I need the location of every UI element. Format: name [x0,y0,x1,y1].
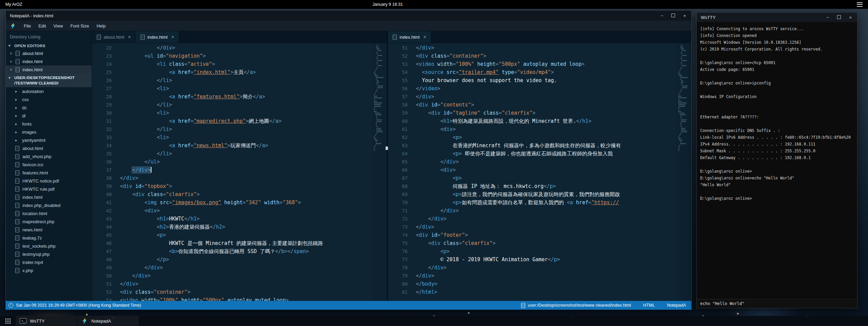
minimap-left[interactable] [372,43,387,301]
host-menu-label[interactable]: My ArOZ [0,2,22,7]
code-line[interactable]: 43 <h1>HKWTC</h1> [92,215,371,223]
tree-file[interactable]: HKWTC rule.pdf [6,185,92,193]
tab-close-icon[interactable]: × [171,34,174,40]
code-line[interactable]: 51</div> [92,280,371,288]
tree-folder[interactable]: ▸yamlyamlml [6,136,92,144]
code-line[interactable]: 52<div class="container"> [388,52,676,60]
terminal-output[interactable]: [info] Conencting to arozos WsTTY servic… [697,22,857,299]
code-line[interactable]: 26 </li> [92,76,371,84]
code-line[interactable]: 63 在香港的Minecraft 伺服器中，多為小遊戲和純生存的伺服器，較少擁有 [388,141,676,150]
code-line[interactable]: 41 <img src="images/box.png" height="342… [92,198,371,207]
code-line[interactable]: 79</div> [388,272,676,280]
code-line[interactable]: 53<video width="100%" height="500px" aut… [388,60,676,68]
code-line[interactable]: 73</div> [388,223,676,231]
code-line[interactable]: 24 <li class="active"> [92,60,371,68]
code-line[interactable]: 60 <h1>特別為建築及鐵路而設，現代化的 Minecraft 世界.</h1… [388,117,676,125]
code-line[interactable]: 58<div id="contents"> [388,101,676,109]
menu-item-file[interactable]: File [20,22,35,30]
code-line[interactable]: 71 </div> [388,207,676,215]
close-icon[interactable]: × [9,51,13,56]
code-line[interactable]: 59 <div id="tagline" class="clearfix"> [388,109,676,117]
tab-close-icon[interactable]: × [128,34,131,40]
code-editor-left[interactable]: 22 </div>23 <ul id="navigation">24 <li c… [92,43,387,301]
code-line[interactable]: 36 </ul> [92,158,371,166]
code-line[interactable]: 48 </p> [92,255,371,264]
open-editors-header[interactable]: ▾ OPEN EDITORS [6,42,92,49]
statusbar-language[interactable]: HTML [643,303,655,308]
menu-item-help[interactable]: Help [93,22,109,30]
code-line[interactable]: 56</video> [388,84,676,93]
tree-folder[interactable]: ▸autostation [6,87,92,95]
code-line[interactable]: 39<div id="topbox"> [92,182,371,190]
code-line[interactable]: 53<video width="100%" height="500px" aut… [92,296,371,301]
terminal-input[interactable]: echo "Hello World" [697,299,857,308]
code-line[interactable]: 42 <div> [92,207,371,215]
notepada-titlebar[interactable]: NotepadA - index.html − × [6,11,691,21]
statusbar-filepath[interactable]: user:/Desktop/screenshot/test/www cleane… [528,303,631,308]
open-editor-item[interactable]: ×index.html [6,65,92,74]
code-line[interactable]: 75 <div class="clearfix"> [388,239,676,247]
code-line[interactable]: 64 <p> 即使你不是建築師，你也能透過紅石師或鐵路工程師的身份加入我 [388,150,676,158]
code-line[interactable]: 23 <ul id="navigation"> [92,52,371,60]
minimize-icon[interactable]: − [661,14,663,18]
code-line[interactable]: 49 </div> [92,264,371,272]
code-editor-right[interactable]: 51</div>52<div class="container">53<vide… [388,43,691,301]
apps-grid-icon[interactable] [0,316,16,326]
code-line[interactable]: 35 </li> [92,150,371,158]
maximize-icon[interactable] [837,15,841,20]
code-line[interactable]: 40 <div class="clearfix"> [92,190,371,198]
tree-folder[interactable]: ▸dl [6,112,92,120]
code-line[interactable]: 32 </li> [92,125,371,133]
code-line[interactable]: 80</body> [388,280,676,288]
code-line[interactable]: 25 <a href="index.html">主頁</a> [92,68,371,76]
code-line[interactable]: 34 <a href="news.html">玩家傳送門</a> [92,141,371,150]
hamburger-menu-icon[interactable] [857,2,863,7]
menu-item-edit[interactable]: Edit [35,22,50,30]
taskbar-app-notepada[interactable]: NotepadA [77,316,139,326]
editor-tab[interactable]: index.html× [136,31,179,43]
tree-file[interactable]: location.html [6,209,92,217]
tree-file[interactable]: add_vhost.php [6,152,92,160]
tree-folder[interactable]: ▸css [6,95,92,103]
code-line[interactable]: 65 </div> [388,158,676,166]
menu-item-font-size[interactable]: Font Size [67,22,93,30]
close-icon[interactable]: × [9,67,13,72]
code-line[interactable]: 81</html> [388,288,676,296]
code-line[interactable]: 70 <p>如有問題或需要申請白名單，歡迎加入我們的 <a href="http… [388,198,676,207]
tree-file[interactable]: trailer.mp4 [6,258,92,266]
tab-close-icon[interactable]: × [423,34,426,40]
code-line[interactable]: 29 </li> [92,101,371,109]
wstty-titlebar[interactable]: WsTTY − × [697,13,857,22]
tree-file[interactable]: news.html [6,226,92,234]
code-line[interactable]: 47 <b>你知道我們全線伺服器已轉用 SSD 了嗎？</b></span> [92,247,371,255]
editor-tab[interactable]: about.html× [92,31,136,43]
code-line[interactable]: 52<div class="container"> [92,288,371,296]
code-line[interactable]: 30 <li> [92,109,371,117]
code-line[interactable]: 28 <a href="features.html">簡介</a> [92,93,371,101]
code-line[interactable]: 74<div id="footer"> [388,231,676,239]
tree-file[interactable]: test_sockets.php [6,242,92,250]
tree-file[interactable]: testmysql.php [6,250,92,258]
code-line[interactable]: 22 </div> [92,44,371,52]
code-line[interactable]: 62 <p> [388,133,676,141]
code-line[interactable]: 69 <p>請注意，我們的伺服器為確保玩家及遊玩時的質素，我們對的服務開啟 [388,190,676,198]
tree-folder[interactable]: ▸images [6,128,92,136]
tree-file[interactable]: index.html [6,193,92,201]
code-line[interactable]: 44 <h2>香港的建築伺服器</h2> [92,223,371,231]
code-line[interactable]: 33 <li> [92,133,371,141]
code-line[interactable]: 77 © 2018 - 2019 HKWTC Animation Gamer</… [388,255,676,264]
open-editor-item[interactable]: ×about.html [6,49,92,57]
code-line[interactable]: 78 </div> [388,264,676,272]
code-line[interactable]: 66 <div> [388,166,676,174]
editor-tab[interactable]: index.html× [388,31,431,43]
code-line[interactable]: 38</div> [92,174,371,182]
tree-folder[interactable]: ▸fonts [6,120,92,128]
code-line[interactable]: 37 </div> [92,166,371,174]
code-line[interactable]: 54 <source src="trailer.mp4" type="video… [388,68,676,76]
menu-item-view[interactable]: View [50,22,67,30]
code-line[interactable]: 61 <div> [388,125,676,133]
code-line[interactable]: 68 伺服器 IP 地址為： mcs.hkwtc.org</p> [388,182,676,190]
close-icon[interactable]: × [683,14,686,18]
close-icon[interactable]: × [849,15,852,20]
maximize-icon[interactable] [671,14,675,18]
